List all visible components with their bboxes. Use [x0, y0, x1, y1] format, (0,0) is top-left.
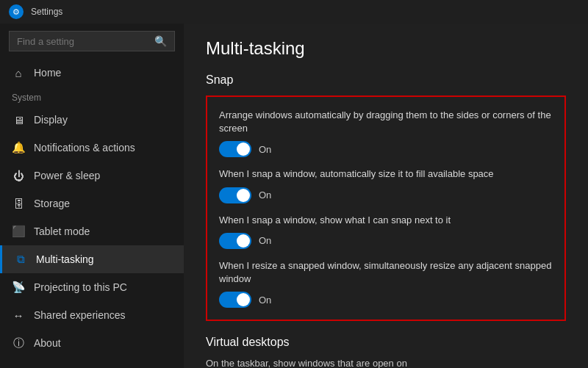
sidebar-item-display[interactable]: 🖥 Display: [0, 106, 184, 134]
sidebar-item-shared[interactable]: ↔ Shared experiences: [0, 301, 184, 329]
sidebar-item-shared-label: Shared experiences: [34, 309, 126, 321]
snap-resize-label: When I resize a snapped window, simultan…: [219, 259, 553, 286]
sidebar-item-about[interactable]: ⓘ About: [0, 329, 184, 357]
content-area: Multi-tasking Snap Arrange windows autom…: [184, 24, 588, 368]
search-icon[interactable]: 🔍: [154, 35, 167, 47]
power-icon: ⏻: [12, 169, 25, 182]
sidebar-item-power[interactable]: ⏻ Power & sleep: [0, 162, 184, 190]
search-bar[interactable]: 🔍: [9, 31, 175, 51]
snap-toggle-arrange: Arrange windows automatically by draggin…: [219, 109, 553, 157]
sidebar-item-about-label: About: [34, 337, 61, 349]
system-section-label: System: [0, 87, 184, 106]
sidebar-item-projecting-label: Projecting to this PC: [34, 281, 127, 293]
vd-description: On the taskbar, show windows that are op…: [206, 358, 566, 368]
snap-toggle-fill: When I snap a window, automatically size…: [219, 167, 553, 203]
tablet-icon: ⬛: [12, 225, 25, 238]
sidebar-item-power-label: Power & sleep: [34, 170, 100, 181]
sidebar-item-display-label: Display: [34, 114, 68, 126]
toggle-knob: [237, 189, 250, 202]
display-icon: 🖥: [12, 113, 25, 126]
snap-toggle-show: When I snap a window, show what I can sn…: [219, 214, 553, 249]
multitasking-icon: ⧉: [14, 253, 27, 266]
snap-fill-state: On: [259, 190, 271, 201]
sidebar-item-notifications-label: Notifications & actions: [34, 142, 135, 154]
snap-arrange-state: On: [259, 144, 271, 155]
sidebar: 🔍 ⌂ Home System 🖥 Display 🔔 Notification…: [0, 24, 184, 368]
storage-icon: 🗄: [12, 197, 25, 210]
snap-fill-toggle[interactable]: [219, 187, 251, 203]
main-layout: 🔍 ⌂ Home System 🖥 Display 🔔 Notification…: [0, 24, 588, 368]
toggle-knob: [237, 234, 250, 248]
snap-resize-toggle-container: On: [219, 292, 553, 308]
title-bar-text: Settings: [31, 7, 62, 17]
sidebar-item-projecting[interactable]: 📡 Projecting to this PC: [0, 273, 184, 301]
sidebar-item-storage-label: Storage: [34, 198, 70, 209]
sidebar-item-home-label: Home: [34, 67, 61, 79]
sidebar-item-multitasking[interactable]: ⧉ Multi-tasking: [0, 245, 184, 273]
snap-box: Arrange windows automatically by draggin…: [206, 95, 566, 321]
notifications-icon: 🔔: [12, 141, 25, 154]
sidebar-item-home[interactable]: ⌂ Home: [0, 59, 184, 87]
snap-arrange-label: Arrange windows automatically by draggin…: [219, 109, 553, 135]
title-bar: ⚙ Settings: [0, 0, 588, 24]
sidebar-item-tablet[interactable]: ⬛ Tablet mode: [0, 217, 184, 245]
sidebar-item-multitasking-label: Multi-tasking: [36, 253, 94, 265]
about-icon: ⓘ: [12, 336, 25, 350]
snap-arrange-toggle-container: On: [219, 141, 553, 157]
home-icon: ⌂: [12, 66, 25, 79]
toggle-knob: [237, 142, 250, 156]
sidebar-item-notifications[interactable]: 🔔 Notifications & actions: [0, 134, 184, 162]
snap-arrange-toggle[interactable]: [219, 141, 251, 157]
page-title: Multi-tasking: [206, 38, 566, 59]
snap-show-toggle[interactable]: [219, 233, 251, 249]
toggle-knob: [237, 293, 250, 306]
snap-resize-state: On: [259, 295, 271, 306]
snap-show-state: On: [259, 235, 271, 246]
shared-icon: ↔: [12, 309, 25, 322]
sidebar-item-tablet-label: Tablet mode: [34, 226, 90, 237]
snap-resize-toggle[interactable]: [219, 292, 251, 308]
sidebar-item-storage[interactable]: 🗄 Storage: [0, 190, 184, 217]
snap-fill-toggle-container: On: [219, 187, 553, 203]
snap-toggle-resize: When I resize a snapped window, simultan…: [219, 259, 553, 308]
snap-fill-label: When I snap a window, automatically size…: [219, 167, 553, 181]
virtual-desktops-title: Virtual desktops: [206, 336, 566, 349]
snap-section-title: Snap: [206, 73, 566, 87]
settings-app-icon: ⚙: [9, 4, 24, 19]
projecting-icon: 📡: [12, 281, 25, 294]
search-input[interactable]: [17, 36, 154, 47]
snap-show-label: When I snap a window, show what I can sn…: [219, 214, 553, 227]
snap-show-toggle-container: On: [219, 233, 553, 249]
virtual-desktops-section: Virtual desktops On the taskbar, show wi…: [206, 336, 566, 368]
